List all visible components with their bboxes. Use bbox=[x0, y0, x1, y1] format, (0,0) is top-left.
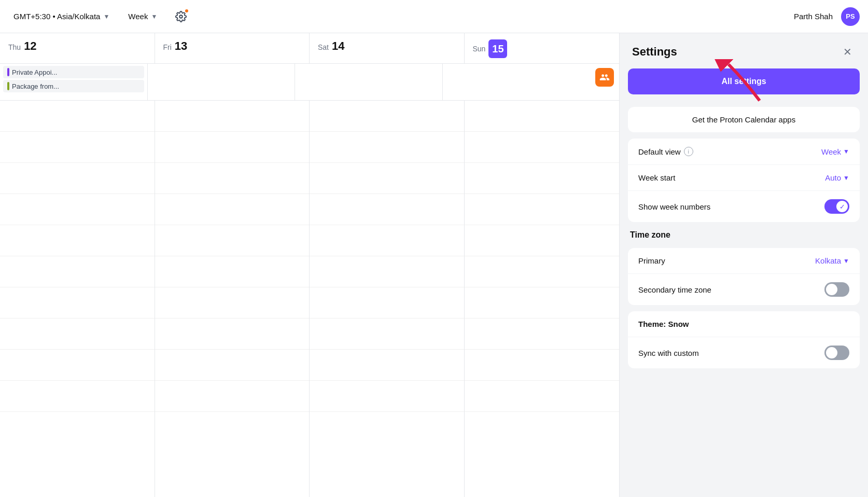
avatar[interactable]: PS bbox=[841, 7, 860, 26]
day-num-thu: 12 bbox=[24, 39, 36, 53]
time-slot bbox=[310, 101, 464, 132]
week-chevron-icon: ▼ bbox=[151, 13, 157, 20]
theme-label: Theme: Snow bbox=[638, 320, 689, 328]
time-slot bbox=[465, 287, 620, 319]
theme-row: Theme: Snow bbox=[628, 311, 860, 337]
secondary-tz-toggle[interactable] bbox=[824, 282, 849, 297]
theme-settings-card: Theme: Snow Sync with custom bbox=[628, 311, 860, 368]
events-col-thu: Private Appoi... Package from... bbox=[0, 64, 148, 100]
event-label: Private Appoi... bbox=[12, 68, 57, 76]
default-view-row: Default view i Week ▼ bbox=[628, 139, 860, 165]
time-col-sat bbox=[310, 101, 465, 497]
time-slot bbox=[310, 319, 464, 350]
sync-label: Sync with custom bbox=[638, 349, 699, 357]
time-slot bbox=[465, 319, 620, 350]
time-slot bbox=[0, 101, 155, 132]
info-icon[interactable]: i bbox=[684, 147, 693, 156]
get-apps-label: Get the Proton Calendar apps bbox=[692, 115, 795, 124]
time-slot bbox=[310, 256, 464, 287]
time-slot bbox=[155, 287, 310, 319]
week-selector[interactable]: Week ▼ bbox=[123, 9, 162, 24]
day-num-fri: 13 bbox=[175, 39, 187, 53]
time-slot bbox=[155, 225, 310, 256]
week-start-value[interactable]: Auto ▼ bbox=[825, 173, 849, 182]
default-view-value[interactable]: Week ▼ bbox=[821, 147, 849, 156]
default-view-label: Default view i bbox=[638, 147, 693, 156]
chevron-down-icon: ▼ bbox=[843, 174, 849, 182]
time-slot bbox=[155, 194, 310, 225]
settings-title: Settings bbox=[632, 45, 677, 59]
primary-tz-row: Primary Kolkata ▼ bbox=[628, 248, 860, 274]
secondary-tz-row: Secondary time zone bbox=[628, 274, 860, 305]
chevron-down-icon: ▼ bbox=[843, 148, 849, 155]
group-icon-button[interactable] bbox=[595, 68, 614, 87]
show-week-numbers-toggle[interactable]: ✓ bbox=[824, 199, 849, 214]
secondary-tz-label: Secondary time zone bbox=[638, 285, 711, 294]
time-slot bbox=[465, 194, 620, 225]
day-header-fri: Fri 13 bbox=[155, 33, 310, 63]
timezone-label: GMT+5:30 • Asia/Kolkata bbox=[13, 12, 100, 21]
timezone-chevron-icon: ▼ bbox=[103, 13, 109, 20]
time-slot bbox=[465, 132, 620, 163]
get-apps-item[interactable]: Get the Proton Calendar apps bbox=[628, 107, 860, 132]
time-slot bbox=[0, 132, 155, 163]
group-icon bbox=[599, 72, 610, 82]
event-label: Package from... bbox=[12, 82, 59, 90]
show-week-numbers-row: Show week numbers ✓ bbox=[628, 191, 860, 222]
user-name: Parth Shah bbox=[794, 12, 833, 21]
time-slot bbox=[465, 101, 620, 132]
time-slot bbox=[310, 225, 464, 256]
day-header-thu: Thu 12 bbox=[0, 33, 155, 63]
timezone-selector[interactable]: GMT+5:30 • Asia/Kolkata ▼ bbox=[8, 9, 115, 24]
week-start-row: Week start Auto ▼ bbox=[628, 165, 860, 191]
time-slot bbox=[310, 287, 464, 319]
day-num-sat: 14 bbox=[332, 39, 344, 53]
time-slot bbox=[310, 132, 464, 163]
time-col-sun bbox=[465, 101, 620, 497]
week-label: Week bbox=[128, 12, 148, 21]
calendar-area: Thu 12 Fri 13 Sat 14 Sun 15 bbox=[0, 33, 619, 497]
time-slot bbox=[155, 381, 310, 412]
toggle-thumb: ✓ bbox=[836, 201, 848, 212]
settings-content: All settings Get the Proton Calendar app… bbox=[620, 68, 868, 377]
timezone-section-title: Time zone bbox=[630, 230, 670, 239]
sync-row: Sync with custom bbox=[628, 337, 860, 368]
time-slot bbox=[465, 256, 620, 287]
time-slot bbox=[155, 132, 310, 163]
day-header-sat: Sat 14 bbox=[310, 33, 465, 63]
time-slot bbox=[310, 381, 464, 412]
day-name-sat: Sat bbox=[318, 43, 329, 51]
notification-dot bbox=[184, 8, 189, 13]
time-slot bbox=[310, 350, 464, 381]
events-col-fri bbox=[148, 64, 296, 100]
primary-tz-value[interactable]: Kolkata ▼ bbox=[815, 256, 849, 265]
time-slot bbox=[0, 225, 155, 256]
close-button[interactable]: ✕ bbox=[839, 44, 856, 60]
time-grid bbox=[0, 101, 619, 497]
toggle-thumb bbox=[826, 284, 837, 295]
time-slot bbox=[0, 194, 155, 225]
time-slot bbox=[465, 225, 620, 256]
red-arrow-icon bbox=[713, 59, 775, 106]
time-slot bbox=[155, 101, 310, 132]
primary-tz-label: Primary bbox=[638, 256, 665, 265]
event-private-appt[interactable]: Private Appoi... bbox=[3, 66, 144, 78]
day-name-sun: Sun bbox=[473, 45, 486, 53]
event-color-bar bbox=[7, 68, 9, 76]
show-week-numbers-label: Show week numbers bbox=[638, 202, 710, 211]
event-color-bar bbox=[7, 82, 9, 90]
day-header-sun: Sun 15 bbox=[465, 33, 620, 63]
event-package[interactable]: Package from... bbox=[3, 80, 144, 92]
events-col-sat bbox=[295, 64, 443, 100]
week-start-label: Week start bbox=[638, 173, 675, 182]
time-col-thu bbox=[0, 101, 155, 497]
time-slot bbox=[310, 163, 464, 194]
gear-button[interactable] bbox=[171, 6, 191, 27]
timezone-section-header: Time zone bbox=[628, 228, 860, 242]
sync-toggle[interactable] bbox=[824, 346, 849, 360]
time-slot bbox=[0, 163, 155, 194]
time-slot bbox=[0, 256, 155, 287]
main-area: Thu 12 Fri 13 Sat 14 Sun 15 bbox=[0, 33, 868, 497]
time-slot bbox=[155, 256, 310, 287]
day-name-thu: Thu bbox=[8, 43, 21, 51]
